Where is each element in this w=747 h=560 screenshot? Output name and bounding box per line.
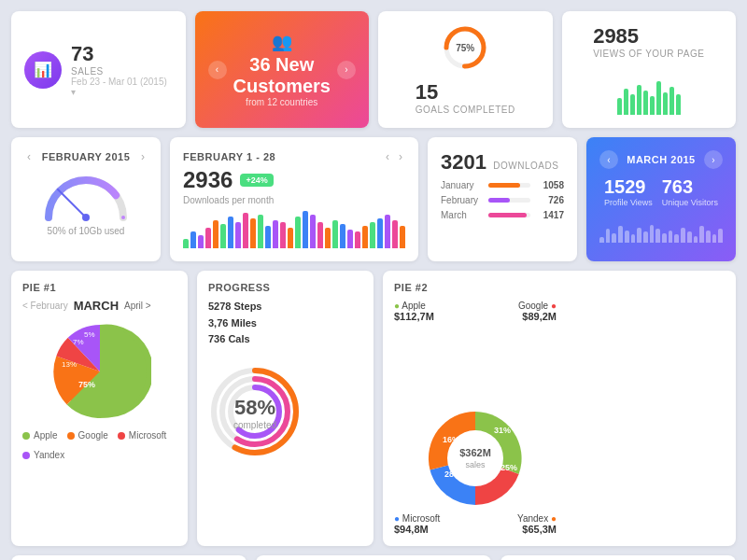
svg-point-3 xyxy=(82,214,90,221)
unique-visitors-num: 763 xyxy=(662,176,718,198)
grouped-column-card: GROUPED COLUMN ● Apple ● Bing ● Yandex xyxy=(500,555,736,560)
legend-item: Microsoft xyxy=(118,430,167,441)
goals-donut: 75% xyxy=(442,24,488,71)
prev-customer-btn[interactable]: ‹ xyxy=(208,61,227,79)
miles-label: 3,76 Miles xyxy=(208,317,257,329)
goals-card: 75% 15 GOALS COMPLETED xyxy=(378,11,553,128)
pie2-ms-val: $94,8M xyxy=(394,524,429,535)
dl-prev-btn[interactable]: ‹ xyxy=(383,150,392,163)
feb-next-btn[interactable]: › xyxy=(138,150,148,163)
cals-label: 736 Cals xyxy=(208,333,250,344)
pie2-card: PIE #2 ● Apple $112,7M Google ● $89,2M xyxy=(383,271,736,546)
stacked-column-card: STACKED COLUMN ● Google ● Bing ● Yandex xyxy=(11,555,247,560)
progress-completed: completed xyxy=(233,420,276,430)
pie1-title: PIE #1 xyxy=(22,282,176,293)
february-card: ‹ FEBRUARY 2015 › xyxy=(11,137,161,261)
pie2-chart: $362M sales 31% 25% 28% 16% xyxy=(424,407,527,510)
sales-card: 📊 73 SALES Feb 23 - Mar 01 (2015) ▾ xyxy=(11,11,186,128)
svg-line-2 xyxy=(58,189,86,217)
sales-icon: 📊 xyxy=(24,51,62,89)
progress-rings: 58% completed xyxy=(208,365,302,461)
march-card: ‹ MARCH 2015 › 1529 Profile Views 763 Un… xyxy=(586,137,736,261)
downloads-sub: Downloads per month xyxy=(183,195,405,205)
customers-sub: from 12 countries xyxy=(227,97,338,107)
pie2-title: PIE #2 xyxy=(394,282,725,293)
goals-pct: 75% xyxy=(456,43,474,53)
svg-point-4 xyxy=(47,216,50,219)
svg-text:$362M: $362M xyxy=(459,447,491,458)
sales-label: SALES xyxy=(71,66,173,77)
stat-row: January 1058 xyxy=(441,180,564,190)
sales-date: Feb 23 - Mar 01 (2015) ▾ xyxy=(71,77,173,97)
legend-item: Apple xyxy=(22,430,58,441)
steps-label: 5278 Steps xyxy=(208,301,261,312)
next-customer-btn[interactable]: › xyxy=(337,61,356,79)
gauge-svg xyxy=(39,171,133,222)
pie1-cur-month: MARCH xyxy=(74,299,119,313)
sales-number: 73 xyxy=(71,42,93,65)
downloads-title: FEBRUARY 1 - 28 xyxy=(183,151,275,162)
progress-title: PROGRESS xyxy=(208,282,362,293)
feb-prev-btn[interactable]: ‹ xyxy=(24,150,34,163)
customers-icon: 👥 xyxy=(227,32,338,52)
svg-text:75%: 75% xyxy=(78,380,95,389)
svg-text:25%: 25% xyxy=(500,463,517,472)
downloads-card: FEBRUARY 1 - 28 ‹ › 2936 +24% Downloads … xyxy=(170,137,418,261)
legend-item: Google xyxy=(67,430,108,441)
views-chart xyxy=(617,81,681,115)
stats-label: DOWNLOADS xyxy=(493,161,558,171)
progress-pct: 58% xyxy=(233,396,276,420)
customers-number: 36 New Customers xyxy=(227,54,338,97)
pie2-ms-label: Microsoft xyxy=(402,513,441,524)
pie2-apple-val: $112,7M xyxy=(394,311,434,322)
pie1-prev-btn[interactable]: < February xyxy=(22,301,68,311)
svg-point-5 xyxy=(121,216,125,219)
stat-row: March 1417 xyxy=(441,210,564,220)
pie1-card: PIE #1 < February MARCH April > xyxy=(11,271,188,546)
stat-row: February 726 xyxy=(441,195,564,205)
march-chart xyxy=(599,215,723,243)
views-card: 2985 VIEWS OF YOUR PAGE xyxy=(562,11,737,128)
svg-text:28%: 28% xyxy=(444,469,461,479)
views-label: VIEWS OF YOUR PAGE xyxy=(593,49,704,59)
svg-text:13%: 13% xyxy=(62,360,77,369)
downloads-num: 2936 xyxy=(183,167,233,193)
svg-text:sales: sales xyxy=(465,460,486,469)
profile-views-label: Profile Views xyxy=(604,198,653,207)
downloads-badge: +24% xyxy=(240,174,273,187)
progress-card: PROGRESS 5278 Steps 3,76 Miles 736 Cals xyxy=(197,271,374,546)
new-customers-card: ‹ 👥 36 New Customers from 12 countries › xyxy=(195,11,370,128)
legend-item: Yandex xyxy=(22,450,64,460)
views-number: 2985 xyxy=(593,24,704,49)
svg-text:5%: 5% xyxy=(84,330,95,339)
pie2-google-val: $89,2M xyxy=(522,311,557,322)
stats-card: 3201 DOWNLOADS January 1058 February 726… xyxy=(428,137,577,261)
stats-num: 3201 xyxy=(441,150,486,174)
march-prev-btn[interactable]: ‹ xyxy=(599,150,618,169)
unique-visitors-label: Unique Visitors xyxy=(662,198,718,207)
march-next-btn[interactable]: › xyxy=(704,150,723,169)
pie2-apple-label: Apple xyxy=(402,301,426,311)
svg-text:7%: 7% xyxy=(73,338,84,346)
svg-text:16%: 16% xyxy=(443,435,459,444)
profile-views-num: 1529 xyxy=(604,176,653,198)
goals-label: GOALS COMPLETED xyxy=(416,105,515,115)
pie2-yandex-val: $65,3M xyxy=(522,524,557,535)
march-title: MARCH 2015 xyxy=(627,154,695,165)
goals-number: 15 xyxy=(416,80,515,105)
pie2-google-label: Google xyxy=(518,301,551,311)
gauge-label: 50% of 10Gb used xyxy=(48,226,125,236)
feb-title: FEBRUARY 2015 xyxy=(42,151,131,162)
pie2-yandex-label: Yandex xyxy=(517,513,551,524)
column-card: COLUMN Domain: uichest.com xyxy=(256,555,491,560)
svg-text:31%: 31% xyxy=(494,426,511,435)
downloads-chart xyxy=(183,211,405,248)
dl-next-btn[interactable]: › xyxy=(396,150,405,163)
pie1-chart: 75% 13% 7% 5% xyxy=(49,320,151,423)
pie1-next-btn[interactable]: April > xyxy=(124,301,151,311)
